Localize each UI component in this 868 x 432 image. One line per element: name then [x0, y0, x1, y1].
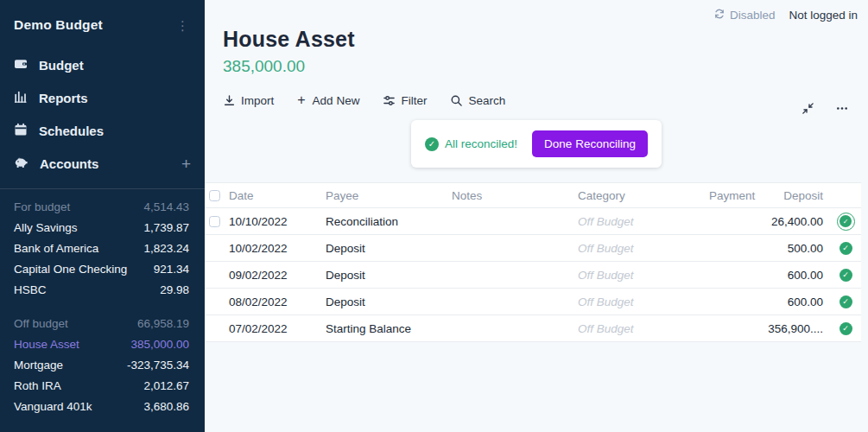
column-header-payee[interactable]: Payee — [320, 189, 447, 202]
transaction-payee[interactable]: Deposit — [320, 242, 447, 255]
account-group-header[interactable]: Off budget66,958.19 — [0, 313, 205, 334]
transaction-row[interactable]: 09/02/2022DepositOff Budget600.00✓ — [205, 262, 861, 289]
sidebar-item-budget[interactable]: Budget — [0, 48, 205, 81]
sidebar-item-accounts[interactable]: Accounts + — [0, 147, 205, 180]
cleared-check-icon[interactable]: ✓ — [839, 322, 852, 335]
column-header-date[interactable]: Date — [224, 189, 320, 202]
column-header-notes[interactable]: Notes — [447, 189, 573, 202]
bar-chart-icon — [14, 90, 28, 106]
import-button[interactable]: Import — [223, 94, 274, 107]
transaction-payee[interactable]: Deposit — [320, 295, 447, 308]
transaction-row[interactable]: 10/02/2022DepositOff Budget500.00✓ — [205, 235, 861, 262]
transaction-category[interactable]: Off Budget — [573, 295, 704, 308]
search-label: Search — [468, 94, 505, 107]
filter-label: Filter — [401, 94, 427, 107]
transaction-date[interactable]: 10/02/2022 — [224, 242, 320, 255]
toolbar: Import + Add New Filter Search — [223, 93, 868, 107]
transactions-table: Date Payee Notes Category Payment Deposi… — [205, 182, 861, 342]
sidebar-account[interactable]: Ally Savings1,739.87 — [0, 217, 205, 238]
piggy-bank-icon — [14, 156, 29, 172]
category-value: Off Budget — [578, 242, 634, 255]
sync-icon — [713, 8, 725, 22]
reconcile-banner: ✓ All reconciled! Done Reconciling — [411, 120, 662, 168]
transaction-date[interactable]: 10/10/2022 — [224, 215, 320, 228]
add-new-button[interactable]: + Add New — [297, 93, 359, 107]
transaction-deposit[interactable]: 600.00 — [761, 295, 830, 308]
cleared-check-icon[interactable]: ✓ — [839, 295, 852, 308]
transaction-payee[interactable]: Deposit — [320, 269, 447, 282]
transaction-payee[interactable]: Starting Balance — [320, 322, 447, 335]
table-header-row: Date Payee Notes Category Payment Deposi… — [205, 182, 861, 208]
search-icon — [450, 94, 463, 107]
sidebar-account[interactable]: Roth IRA2,012.67 — [0, 375, 205, 396]
account-name: Roth IRA — [14, 379, 61, 392]
transaction-category[interactable]: Off Budget — [573, 242, 704, 255]
transaction-date[interactable]: 07/02/2022 — [224, 322, 320, 335]
column-header-category[interactable]: Category — [573, 189, 704, 202]
transaction-deposit[interactable]: 356,900.... — [761, 322, 830, 335]
sidebar-account[interactable]: HSBC29.98 — [0, 279, 205, 300]
done-reconciling-button[interactable]: Done Reconciling — [532, 130, 648, 157]
account-group-amount: 4,514.43 — [143, 200, 189, 213]
transaction-payee[interactable]: Reconciliation — [320, 215, 447, 228]
more-vertical-icon[interactable]: ⋮ — [173, 19, 193, 32]
column-header-payment[interactable]: Payment — [704, 189, 761, 202]
filter-button[interactable]: Filter — [383, 94, 427, 107]
transaction-deposit[interactable]: 26,400.00 — [761, 215, 830, 228]
row-checkbox[interactable] — [209, 216, 220, 227]
transaction-category[interactable]: Off Budget — [573, 215, 704, 228]
transaction-date[interactable]: 08/02/2022 — [224, 295, 320, 308]
sidebar-account[interactable]: Capital One Checking921.34 — [0, 258, 205, 279]
transaction-category[interactable]: Off Budget — [573, 269, 704, 282]
sidebar-nav: Budget Reports Schedules Accounts + — [0, 48, 205, 180]
account-name: Bank of America — [14, 242, 98, 255]
login-status[interactable]: Not logged in — [789, 9, 858, 22]
sidebar-item-label: Schedules — [39, 124, 104, 138]
cleared-check-icon[interactable]: ✓ — [839, 242, 852, 255]
search-button[interactable]: Search — [450, 94, 505, 107]
budget-name[interactable]: Demo Budget — [14, 17, 103, 33]
account-name: Vanguard 401k — [14, 400, 92, 413]
import-icon — [223, 94, 236, 107]
transaction-row[interactable]: 07/02/2022Starting BalanceOff Budget356,… — [205, 315, 861, 342]
transaction-row[interactable]: 10/10/2022ReconciliationOff Budget26,400… — [205, 208, 861, 235]
account-group-label: Off budget — [14, 317, 68, 330]
transaction-row[interactable]: 08/02/2022DepositOff Budget600.00✓ — [205, 289, 861, 315]
transaction-date[interactable]: 09/02/2022 — [224, 269, 320, 282]
column-header-deposit[interactable]: Deposit — [761, 189, 830, 202]
category-value: Off Budget — [578, 215, 634, 228]
sidebar-account[interactable]: Bank of America1,823.24 — [0, 238, 205, 258]
transaction-deposit[interactable]: 600.00 — [761, 269, 830, 282]
transaction-deposit[interactable]: 500.00 — [761, 242, 830, 255]
account-group-header[interactable]: For budget4,514.43 — [0, 196, 205, 217]
transaction-category[interactable]: Off Budget — [573, 322, 704, 335]
select-all-checkbox[interactable] — [209, 190, 220, 201]
sidebar-account[interactable]: Vanguard 401k3,680.86 — [0, 396, 205, 416]
sidebar: Demo Budget ⋮ Budget Reports Schedule — [0, 0, 205, 432]
collapse-icon[interactable] — [801, 102, 814, 115]
transaction-status-cell: ✓ — [830, 295, 861, 308]
transactions-body: 10/10/2022ReconciliationOff Budget26,400… — [205, 208, 861, 342]
toolbar-right — [801, 102, 849, 115]
sync-status[interactable]: Disabled — [713, 8, 776, 22]
app-window: Demo Budget ⋮ Budget Reports Schedule — [0, 0, 868, 432]
select-all-cell — [205, 190, 224, 201]
account-group: Off budget66,958.19House Asset385,000.00… — [0, 313, 205, 416]
account-amount: 1,823.24 — [143, 242, 189, 255]
account-group-amount: 66,958.19 — [137, 317, 189, 330]
add-account-icon[interactable]: + — [181, 156, 191, 172]
account-name: Capital One Checking — [14, 263, 127, 276]
cleared-check-icon[interactable]: ✓ — [839, 215, 852, 227]
sidebar-account[interactable]: House Asset385,000.00 — [0, 334, 205, 354]
cleared-check-icon[interactable]: ✓ — [839, 269, 852, 282]
sync-status-label: Disabled — [730, 9, 776, 22]
sidebar-item-label: Budget — [39, 58, 84, 73]
sidebar-item-schedules[interactable]: Schedules — [0, 114, 205, 147]
account-balance[interactable]: 385,000.00 — [223, 57, 868, 76]
sidebar-item-reports[interactable]: Reports — [0, 81, 205, 114]
more-horizontal-icon[interactable] — [835, 102, 849, 115]
category-value: Off Budget — [578, 269, 634, 282]
cleared-check-ring[interactable]: ✓ — [837, 213, 855, 231]
sidebar-account[interactable]: Mortgage-323,735.34 — [0, 354, 205, 375]
account-group: For budget4,514.43Ally Savings1,739.87Ba… — [0, 196, 205, 300]
